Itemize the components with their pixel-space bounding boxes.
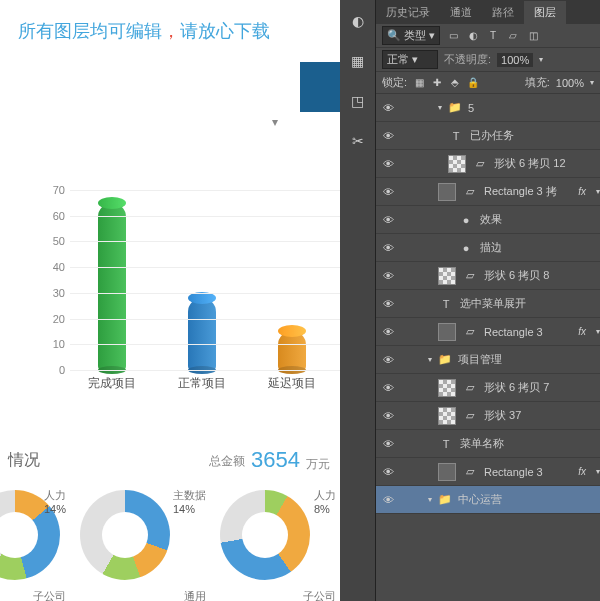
layer-row[interactable]: 👁▾📁项目管理 xyxy=(376,346,600,374)
layer-thumbnail xyxy=(438,323,456,341)
donut-chart xyxy=(220,490,310,580)
tool-icon[interactable]: ▦ xyxy=(347,50,369,72)
shape-layer-icon: ▱ xyxy=(462,381,478,394)
text-layer-icon: T xyxy=(448,130,464,142)
layer-name[interactable]: 已办任务 xyxy=(470,128,600,143)
filter-kind-select[interactable]: 🔍 类型 ▾ xyxy=(382,26,440,45)
layer-row[interactable]: 👁▾📁中心运营 xyxy=(376,486,600,514)
layer-name[interactable]: 5 xyxy=(468,102,600,114)
layer-row[interactable]: 👁▾📁5 xyxy=(376,94,600,122)
bar xyxy=(278,331,306,370)
layer-row[interactable]: 👁▱形状 6 拷贝 7 xyxy=(376,374,600,402)
layer-name[interactable]: 形状 6 拷贝 12 xyxy=(494,156,600,171)
visibility-icon[interactable]: 👁 xyxy=(380,438,396,450)
visibility-icon[interactable]: 👁 xyxy=(380,130,396,142)
layer-row[interactable]: 👁▱Rectangle 3 拷fx▾ xyxy=(376,178,600,206)
visibility-icon[interactable]: 👁 xyxy=(380,410,396,422)
layer-name[interactable]: 选中菜单展开 xyxy=(460,296,600,311)
layer-name[interactable]: 效果 xyxy=(480,212,600,227)
layer-name[interactable]: 形状 6 拷贝 8 xyxy=(484,268,600,283)
layer-thumbnail xyxy=(438,463,456,481)
fx-disclosure-icon[interactable]: ▾ xyxy=(596,187,600,196)
fx-bullet-icon: ● xyxy=(458,214,474,226)
lock-pixels-icon[interactable]: ▦ xyxy=(413,76,425,90)
filter-adjust-icon[interactable]: ◐ xyxy=(466,29,480,43)
layer-thumbnail xyxy=(438,407,456,425)
visibility-icon[interactable]: 👁 xyxy=(380,186,396,198)
text-layer-icon: T xyxy=(438,298,454,310)
x-label: 正常项目 xyxy=(172,375,232,392)
layer-thumbnail xyxy=(438,183,456,201)
visibility-icon[interactable]: 👁 xyxy=(380,326,396,338)
crop-icon[interactable]: ✂ xyxy=(347,130,369,152)
folder-icon: 📁 xyxy=(438,493,452,506)
tool-icon[interactable]: ◳ xyxy=(347,90,369,112)
visibility-icon[interactable]: 👁 xyxy=(380,354,396,366)
total-unit: 万元 xyxy=(306,456,330,473)
tab-channels[interactable]: 通道 xyxy=(440,1,482,24)
y-tick: 0 xyxy=(59,364,65,376)
visibility-icon[interactable]: 👁 xyxy=(380,382,396,394)
layer-name[interactable]: 形状 37 xyxy=(484,408,600,423)
fx-disclosure-icon[interactable]: ▾ xyxy=(596,327,600,336)
dropdown-caret-icon[interactable]: ▾ xyxy=(272,115,292,135)
lock-artboard-icon[interactable]: ⬘ xyxy=(449,76,461,90)
tab-layers[interactable]: 图层 xyxy=(524,1,566,24)
layer-name[interactable]: 项目管理 xyxy=(458,352,600,367)
panel-tabs: 历史记录 通道 路径 图层 xyxy=(376,0,600,24)
visibility-icon[interactable]: 👁 xyxy=(380,102,396,114)
layer-row[interactable]: 👁●描边 xyxy=(376,234,600,262)
visibility-icon[interactable]: 👁 xyxy=(380,270,396,282)
blend-mode-select[interactable]: 正常 ▾ xyxy=(382,50,438,69)
blend-row: 正常 ▾ 不透明度: 100%▾ xyxy=(376,48,600,72)
tab-paths[interactable]: 路径 xyxy=(482,1,524,24)
disclosure-icon[interactable]: ▾ xyxy=(428,495,432,504)
layer-name[interactable]: Rectangle 3 拷 xyxy=(484,184,572,199)
disclosure-icon[interactable]: ▾ xyxy=(428,355,432,364)
layer-row[interactable]: 👁●效果 xyxy=(376,206,600,234)
donut-label: 人力8% xyxy=(314,488,336,517)
lock-all-icon[interactable]: 🔒 xyxy=(467,76,479,90)
layer-row[interactable]: 👁▱Rectangle 3fx▾ xyxy=(376,318,600,346)
visibility-icon[interactable]: 👁 xyxy=(380,214,396,226)
layer-row[interactable]: 👁▱形状 37 xyxy=(376,402,600,430)
layer-row[interactable]: 👁▱Rectangle 3fx▾ xyxy=(376,458,600,486)
fx-badge[interactable]: fx xyxy=(578,466,586,477)
layer-name[interactable]: 菜单名称 xyxy=(460,436,600,451)
layer-name[interactable]: 形状 6 拷贝 7 xyxy=(484,380,600,395)
visibility-icon[interactable]: 👁 xyxy=(380,242,396,254)
layer-name[interactable]: Rectangle 3 xyxy=(484,326,572,338)
layer-row[interactable]: 👁T已办任务 xyxy=(376,122,600,150)
layer-row[interactable]: 👁▱形状 6 拷贝 12 xyxy=(376,150,600,178)
filter-image-icon[interactable]: ▭ xyxy=(446,29,460,43)
tool-icon[interactable]: ◐ xyxy=(347,10,369,32)
layer-name[interactable]: 中心运营 xyxy=(458,492,600,507)
filter-shape-icon[interactable]: ▱ xyxy=(506,29,520,43)
shape-layer-icon: ▱ xyxy=(462,269,478,282)
filter-text-icon[interactable]: T xyxy=(486,29,500,43)
opacity-value[interactable]: 100% xyxy=(497,53,533,67)
x-label: 完成项目 xyxy=(82,375,142,392)
layer-row[interactable]: 👁T菜单名称 xyxy=(376,430,600,458)
fx-disclosure-icon[interactable]: ▾ xyxy=(596,467,600,476)
visibility-icon[interactable]: 👁 xyxy=(380,494,396,506)
layers-panel: 历史记录 通道 路径 图层 🔍 类型 ▾ ▭ ◐ T ▱ ◫ 正常 ▾ 不透明度… xyxy=(376,0,600,601)
layer-row[interactable]: 👁T选中菜单展开 xyxy=(376,290,600,318)
layer-thumbnail xyxy=(438,379,456,397)
fx-bullet-icon: ● xyxy=(458,242,474,254)
visibility-icon[interactable]: 👁 xyxy=(380,466,396,478)
shape-layer-icon: ▱ xyxy=(472,157,488,170)
filter-row: 🔍 类型 ▾ ▭ ◐ T ▱ ◫ xyxy=(376,24,600,48)
lock-position-icon[interactable]: ✚ xyxy=(431,76,443,90)
fx-badge[interactable]: fx xyxy=(578,186,586,197)
visibility-icon[interactable]: 👁 xyxy=(380,298,396,310)
layer-name[interactable]: 描边 xyxy=(480,240,600,255)
filter-smart-icon[interactable]: ◫ xyxy=(526,29,540,43)
fx-badge[interactable]: fx xyxy=(578,326,586,337)
disclosure-icon[interactable]: ▾ xyxy=(438,103,442,112)
layer-row[interactable]: 👁▱形状 6 拷贝 8 xyxy=(376,262,600,290)
tab-history[interactable]: 历史记录 xyxy=(376,1,440,24)
visibility-icon[interactable]: 👁 xyxy=(380,158,396,170)
layer-name[interactable]: Rectangle 3 xyxy=(484,466,572,478)
fill-value[interactable]: 100% xyxy=(556,77,584,89)
